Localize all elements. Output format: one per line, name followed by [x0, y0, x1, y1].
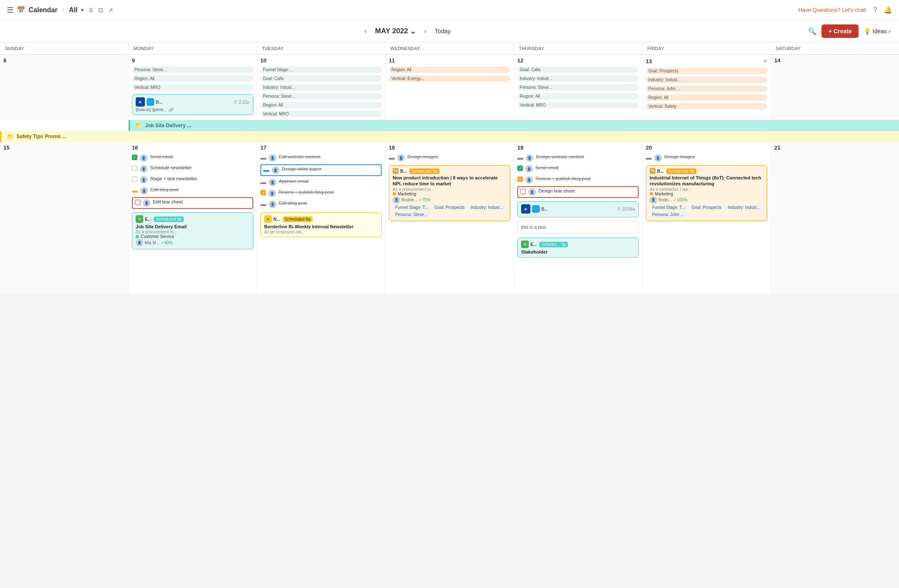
task-checkbox-schedule[interactable]: [132, 166, 137, 171]
tag-industry-fri: Industry: Indust...: [725, 204, 763, 211]
task-send-email-thu[interactable]: ✓ 👤 Send email: [517, 164, 639, 174]
orange-dot-wed: [393, 192, 396, 195]
progress-100: ✓100%: [673, 198, 688, 202]
task-label-website: Edit website content: [279, 154, 320, 159]
search-button[interactable]: 🔍: [808, 27, 816, 35]
tag-funnel-wed: Funnel Stage: T...: [393, 204, 431, 211]
next-month-button[interactable]: ›: [421, 26, 430, 37]
tag-vertical: Vertical: MRO: [132, 84, 253, 91]
ideas-button[interactable]: 💡 Ideas ›: [864, 28, 891, 35]
tag-persona: Persona: Steve...: [132, 67, 253, 73]
iiot-desc: As a contractor, I wa...: [650, 187, 763, 192]
borderline-title: Borderline Bi-Weekly Internal Newsletter: [264, 224, 378, 230]
banner-text: Job Site Delivery ...: [145, 123, 191, 128]
mon9-blog-card[interactable]: B 🐦 B... ⏱ 2:22p {how-to} {perm... 🔗: [132, 94, 253, 115]
help-icon[interactable]: ?: [873, 6, 877, 14]
menu-icon[interactable]: ☰: [7, 5, 13, 15]
task-label-design-wed: Design images: [407, 154, 438, 159]
task-label-send-email: Send email: [150, 154, 173, 159]
tag-persona-fri: Persona: John ...: [646, 86, 767, 92]
author-name: Mia M...: [144, 241, 160, 245]
borderline-newsletter-card[interactable]: N N... Scheduled 8a Borderline Bi-Weekly…: [260, 212, 382, 237]
task-checkbox-stage[interactable]: [132, 176, 137, 182]
email-icon-thu: ✉: [521, 241, 529, 248]
task-checkbox-send-thu[interactable]: ✓: [517, 166, 523, 171]
tag-industry-wed: Industry: Indust...: [468, 204, 506, 211]
task-label-blog2: Edit blog post: [279, 200, 307, 206]
ideas-arrow-icon: ›: [888, 28, 891, 35]
month-dropdown-icon: ⌄: [410, 27, 416, 36]
teal-dot: [136, 235, 139, 238]
task-checkbox-review-thu[interactable]: ✓: [517, 176, 523, 182]
npi-blog-card[interactable]: 📡 B... Scheduled 9a New product introduc…: [389, 165, 510, 221]
task-review-blog-thu[interactable]: ✓ 👤 Review + publish blog post: [517, 175, 639, 184]
day-headers: SUNDAY MONDAY TUESDAY WEDNESDAY THURSDAY…: [0, 43, 899, 55]
tag-goal-wed: Goal: Prospects: [432, 204, 467, 211]
task-label-review-thu: Review + publish blog post: [535, 176, 591, 181]
author-avatar-fri: 👤: [650, 196, 657, 204]
task-label-review: Review + publish blog post: [278, 190, 334, 195]
minus-icon-design-fri: ▬: [646, 154, 652, 161]
task-approve-email[interactable]: ▬ 👤 Approve email: [260, 178, 382, 187]
tag-industry-fri: Industry: Indust...: [646, 77, 767, 83]
tag-vertical-thu: Vertical: MRO: [517, 102, 639, 108]
create-button[interactable]: + Create: [821, 24, 859, 38]
avatar-edit-blog: 👤: [140, 187, 148, 195]
cell-may-16: 16 ✓ 👤 Send email 👤 Schedule newsletter …: [128, 142, 257, 294]
progress-40: ✓40%: [161, 241, 173, 245]
rss-icon-wed: 📡: [393, 168, 399, 174]
task-checkbox-review[interactable]: ✓: [260, 190, 266, 195]
header-friday: FRIDAY: [642, 43, 771, 54]
minus-icon-white-paper: ▬: [263, 166, 269, 173]
task-design-tear-sheet[interactable]: 👤 Design tear sheet: [517, 186, 639, 198]
cell-may-13: 13 + Goal: Prospects Industry: Indust...…: [642, 55, 771, 120]
task-schedule-newsletter[interactable]: 👤 Schedule newsletter: [132, 164, 253, 174]
task-checkbox-design-tear[interactable]: [520, 189, 526, 194]
display-button[interactable]: ⊡: [98, 7, 103, 13]
task-label-stage: Stage + test newsletter: [150, 176, 197, 181]
card-link-text: {how-to} {perm...: [136, 107, 167, 112]
cell-may-15: 15: [0, 142, 128, 294]
job-site-email-card[interactable]: ✉ E... Scheduled 9a Job Site Delivery Em…: [132, 212, 253, 249]
task-stage-test[interactable]: 👤 Stage + test newsletter: [132, 175, 253, 184]
card-label: B...: [156, 100, 163, 104]
stakeholder-card[interactable]: ✉ E... Schedul... 3p Stakeholder: [517, 238, 639, 258]
task-edit-website[interactable]: ▬ 👤 Edit website content: [260, 153, 382, 163]
task-checkbox-send-email[interactable]: ✓: [132, 155, 137, 160]
share-button[interactable]: ↗: [108, 7, 113, 13]
task-design-images-fri[interactable]: ▬ 👤 Design images: [646, 153, 767, 163]
task-edit-blog-2[interactable]: ▬ 👤 Edit blog post: [260, 200, 382, 209]
thu-blog-twitter-card[interactable]: B 🐦 B... ⏱ 10:56a: [517, 201, 639, 217]
task-review-blog[interactable]: ✓ 👤 Review + publish blog post: [260, 189, 382, 198]
task-design-images-wed[interactable]: ▬ 👤 Design images: [389, 153, 510, 163]
task-design-white-paper[interactable]: ▬ 👤 Design white paper: [260, 164, 382, 176]
job-site-delivery-banner[interactable]: 📁 Job Site Delivery ...: [128, 120, 899, 131]
tag-goal-calls: Goal: Calls: [260, 75, 382, 82]
header-wednesday: WEDNESDAY: [385, 43, 514, 54]
task-edit-tear-sheet[interactable]: 👤 Edit tear sheet: [132, 197, 253, 209]
nav-dropdown-icon[interactable]: ▾: [81, 7, 84, 13]
task-design-website-thu[interactable]: ▬ 👤 Design website content: [517, 153, 639, 163]
progress-75: ✓75%: [419, 198, 431, 202]
task-send-email[interactable]: ✓ 👤 Send email: [132, 153, 253, 163]
iiot-blog-card[interactable]: 📡 B... Scheduled 9a Industrial Internet …: [646, 165, 767, 221]
today-button[interactable]: Today: [435, 28, 450, 35]
avatar-design-thu: 👤: [526, 154, 533, 162]
chat-link[interactable]: Have Questions? Let's chat!: [798, 7, 867, 13]
prev-month-button[interactable]: ‹: [361, 26, 370, 37]
task-edit-blog[interactable]: ▬ 👤 Edit blog post: [132, 186, 253, 195]
filter-button[interactable]: ⧖: [89, 6, 93, 13]
tag-persona-fri2: Persona: John ...: [650, 211, 687, 218]
add-event-icon[interactable]: +: [763, 57, 767, 65]
safety-tips-banner[interactable]: 📁 Safety Tips Promo ...: [0, 131, 899, 142]
tag-vertical2: Vertical: MRO: [260, 111, 382, 117]
bell-icon[interactable]: 🔔: [884, 6, 892, 14]
calendar-icon: 📅: [17, 6, 25, 14]
tag-region-thu: Region: All: [517, 93, 639, 99]
task-checkbox-edit-tear[interactable]: [135, 200, 140, 205]
month-year-display[interactable]: MAY 2022 ⌄: [375, 27, 415, 36]
folder-icon: 📁: [135, 122, 142, 129]
tag-region-wed: Region: All: [389, 67, 510, 73]
job-site-email-title: Job Site Delivery Email: [136, 224, 249, 230]
tag-region-fri: Region: All: [646, 94, 767, 101]
